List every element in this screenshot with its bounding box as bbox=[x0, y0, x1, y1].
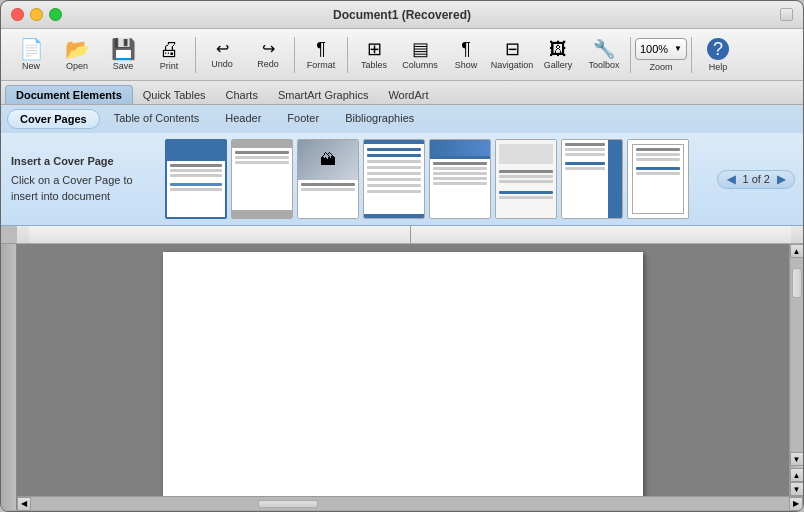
format-button[interactable]: ¶ Format bbox=[299, 33, 343, 77]
undo-label: Undo bbox=[211, 59, 233, 69]
scroll-up-button[interactable]: ▲ bbox=[790, 244, 804, 258]
cover-panel: Insert a Cover Page Click on a Cover Pag… bbox=[1, 133, 803, 225]
new-label: New bbox=[22, 61, 40, 71]
tab-smartart[interactable]: SmartArt Graphics bbox=[268, 86, 378, 104]
prev-page-button[interactable]: ◀ bbox=[724, 173, 738, 186]
pagination-text: 1 of 2 bbox=[742, 173, 770, 185]
vertical-scrollbar[interactable]: ▲ ▼ ▲ ▼ bbox=[789, 244, 803, 496]
horizontal-ruler bbox=[17, 226, 803, 244]
toolbox-icon: 🔧 bbox=[593, 40, 615, 58]
traffic-lights bbox=[11, 8, 62, 21]
page-1 bbox=[163, 252, 643, 496]
cover-thumb-2[interactable] bbox=[231, 139, 293, 219]
scroll-down-button[interactable]: ▼ bbox=[790, 452, 804, 466]
separator-2 bbox=[294, 37, 295, 73]
redo-button[interactable]: ↪ Redo bbox=[246, 33, 290, 77]
horizontal-scrollbar: ◀ ▶ bbox=[17, 496, 803, 510]
window-title: Document1 (Recovered) bbox=[333, 8, 471, 22]
navigation-label: Navigation bbox=[491, 60, 534, 70]
separator-5 bbox=[691, 37, 692, 73]
gallery-icon: 🖼 bbox=[549, 40, 567, 58]
doc-elements-tabs: Cover Pages Table of Contents Header Foo… bbox=[1, 109, 803, 129]
cover-thumb-1[interactable] bbox=[165, 139, 227, 219]
vertical-ruler bbox=[1, 226, 17, 510]
title-bar: Document1 (Recovered) bbox=[1, 1, 803, 29]
save-label: Save bbox=[113, 61, 134, 71]
tab-wordart[interactable]: WordArt bbox=[378, 86, 438, 104]
table-button[interactable]: ⊞ Tables bbox=[352, 33, 396, 77]
print-label: Print bbox=[160, 61, 179, 71]
new-icon: 📄 bbox=[19, 39, 44, 59]
toolbar: 📄 New 📂 Open 💾 Save 🖨 Print ↩ Undo ↪ Red… bbox=[1, 29, 803, 81]
redo-label: Redo bbox=[257, 59, 279, 69]
next-page-button[interactable]: ▶ bbox=[774, 173, 788, 186]
toolbox-button[interactable]: 🔧 Toolbox bbox=[582, 33, 626, 77]
scroll-track bbox=[791, 258, 803, 452]
resize-button[interactable] bbox=[780, 8, 793, 21]
cover-instruction: Insert a Cover Page Click on a Cover Pag… bbox=[1, 154, 161, 204]
navigation-button[interactable]: ⊟ Navigation bbox=[490, 33, 534, 77]
tab-document-elements[interactable]: Document Elements bbox=[5, 85, 133, 104]
zoom-value: 100% bbox=[640, 43, 668, 55]
format-icon: ¶ bbox=[316, 40, 326, 58]
help-button[interactable]: ? Help bbox=[696, 33, 740, 77]
cover-thumb-3[interactable]: 🏔 bbox=[297, 139, 359, 219]
cover-thumb-5[interactable] bbox=[429, 139, 491, 219]
show-button[interactable]: ¶ Show bbox=[444, 33, 488, 77]
pagination-control[interactable]: ◀ 1 of 2 ▶ bbox=[717, 170, 795, 189]
cover-instruction-text: Click on a Cover Page to insert into doc… bbox=[11, 173, 151, 204]
doc-tab-toc[interactable]: Table of Contents bbox=[102, 109, 212, 129]
doc-pages-area bbox=[17, 244, 789, 496]
h-scroll-thumb[interactable] bbox=[258, 500, 318, 508]
minimize-button[interactable] bbox=[30, 8, 43, 21]
table-label: Tables bbox=[361, 60, 387, 70]
open-button[interactable]: 📂 Open bbox=[55, 33, 99, 77]
document-area: ▲ ▼ ▲ ▼ ◀ ▶ bbox=[1, 226, 803, 510]
save-icon: 💾 bbox=[111, 39, 136, 59]
open-icon: 📂 bbox=[65, 39, 90, 59]
show-icon: ¶ bbox=[461, 40, 471, 58]
zoom-box[interactable]: 100% ▼ bbox=[635, 38, 687, 60]
separator-1 bbox=[195, 37, 196, 73]
cover-thumb-7[interactable] bbox=[561, 139, 623, 219]
zoom-chevron-icon: ▼ bbox=[674, 44, 682, 53]
help-icon: ? bbox=[707, 38, 729, 60]
gallery-button[interactable]: 🖼 Gallery bbox=[536, 33, 580, 77]
columns-icon: ▤ bbox=[412, 40, 429, 58]
scroll-thumb[interactable] bbox=[792, 268, 802, 298]
separator-4 bbox=[630, 37, 631, 73]
cover-thumb-6[interactable] bbox=[495, 139, 557, 219]
redo-icon: ↪ bbox=[262, 41, 275, 57]
print-button[interactable]: 🖨 Print bbox=[147, 33, 191, 77]
scroll-right-button[interactable]: ▶ bbox=[789, 497, 803, 511]
new-button[interactable]: 📄 New bbox=[9, 33, 53, 77]
print-icon: 🖨 bbox=[159, 39, 179, 59]
cover-thumb-4[interactable] bbox=[363, 139, 425, 219]
close-button[interactable] bbox=[11, 8, 24, 21]
scroll-up-small[interactable]: ▲ bbox=[790, 468, 804, 482]
show-label: Show bbox=[455, 60, 478, 70]
doc-tab-footer[interactable]: Footer bbox=[275, 109, 331, 129]
table-icon: ⊞ bbox=[367, 40, 382, 58]
cover-thumbnails: 🏔 bbox=[161, 139, 717, 219]
scroll-down-small[interactable]: ▼ bbox=[790, 482, 804, 496]
scroll-left-button[interactable]: ◀ bbox=[17, 497, 31, 511]
navigation-icon: ⊟ bbox=[505, 40, 520, 58]
tab-charts[interactable]: Charts bbox=[216, 86, 268, 104]
undo-button[interactable]: ↩ Undo bbox=[200, 33, 244, 77]
help-label: Help bbox=[709, 62, 728, 72]
doc-tab-cover-pages[interactable]: Cover Pages bbox=[7, 109, 100, 129]
maximize-button[interactable] bbox=[49, 8, 62, 21]
columns-button[interactable]: ▤ Columns bbox=[398, 33, 442, 77]
zoom-control[interactable]: 100% ▼ Zoom bbox=[635, 38, 687, 72]
doc-tab-header[interactable]: Header bbox=[213, 109, 273, 129]
doc-tab-bibliographies[interactable]: Bibliographies bbox=[333, 109, 426, 129]
toolbox-label: Toolbox bbox=[588, 60, 619, 70]
format-label: Format bbox=[307, 60, 336, 70]
doc-elements-bar: Cover Pages Table of Contents Header Foo… bbox=[1, 105, 803, 226]
tab-quick-tables[interactable]: Quick Tables bbox=[133, 86, 216, 104]
save-button[interactable]: 💾 Save bbox=[101, 33, 145, 77]
cover-thumb-8[interactable] bbox=[627, 139, 689, 219]
doc-content-area: ▲ ▼ ▲ ▼ ◀ ▶ bbox=[17, 226, 803, 510]
gallery-label: Gallery bbox=[544, 60, 573, 70]
